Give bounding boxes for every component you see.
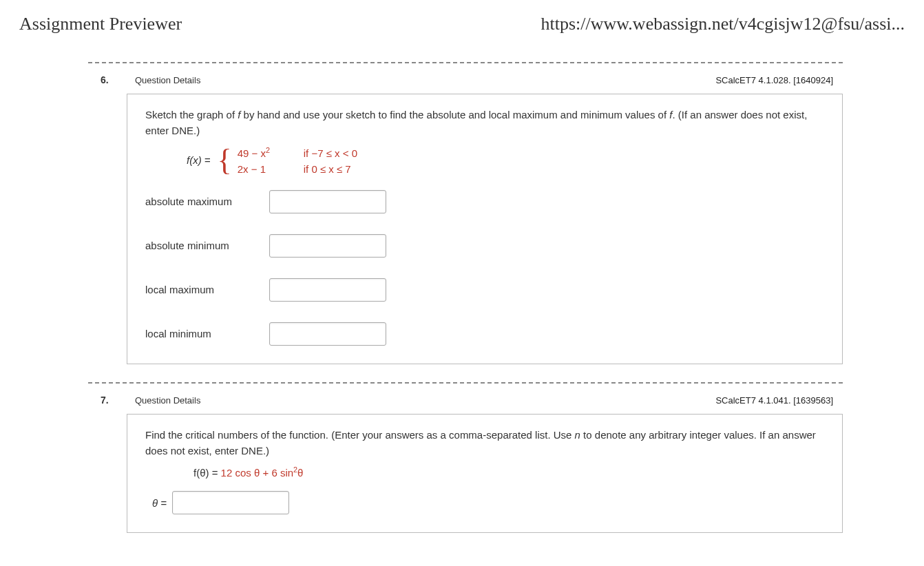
answer-input-theta[interactable]	[172, 491, 289, 514]
page-header: Assignment Previewer https://www.webassi…	[19, 14, 905, 34]
question-number: 6.	[101, 74, 135, 85]
answer-label-absolute-min: absolute minimum	[145, 240, 269, 251]
question-details-label: Question Details	[135, 395, 715, 406]
answer-label-absolute-max: absolute maximum	[145, 196, 269, 207]
question-header-row: 7. Question Details SCalcET7 4.1.041. [1…	[88, 395, 843, 406]
page-url: https://www.webassign.net/v4cgisjw12@fsu…	[540, 14, 905, 34]
question-prompt: Find the critical numbers of the functio…	[145, 427, 824, 459]
answer-label-local-max: local maximum	[145, 284, 269, 295]
separator	[88, 382, 843, 384]
answer-input-local-max[interactable]	[269, 278, 386, 302]
answer-grid: absolute maximum absolute minimum local …	[145, 190, 824, 346]
theta-answer-row: θ =	[152, 491, 824, 514]
answer-label-local-min: local minimum	[145, 328, 269, 339]
question-prompt: Sketch the graph of f by hand and use yo…	[145, 107, 824, 139]
fx-label: f(x) =	[187, 154, 211, 166]
separator	[88, 62, 843, 63]
answer-input-absolute-max[interactable]	[269, 190, 386, 213]
question-number: 7.	[101, 395, 135, 406]
question-box: Sketch the graph of f by hand and use yo…	[127, 94, 843, 364]
question-source: SCalcET7 4.1.028. [1640924]	[715, 75, 833, 85]
piecewise-row: 49 − x2 if −7 ≤ x < 0	[238, 146, 357, 159]
function-formula: f(θ) = 12 cos θ + 6 sin2θ	[193, 465, 824, 479]
question-header-row: 6. Question Details SCalcET7 4.1.028. [1…	[88, 74, 843, 85]
question-box: Find the critical numbers of the functio…	[127, 414, 843, 534]
answer-input-absolute-min[interactable]	[269, 234, 386, 258]
page-title: Assignment Previewer	[19, 14, 182, 34]
content: 6. Question Details SCalcET7 4.1.028. [1…	[88, 62, 843, 533]
answer-input-local-min[interactable]	[269, 322, 386, 346]
theta-label: θ =	[152, 497, 167, 509]
piecewise-row: 2x − 1 if 0 ≤ x ≤ 7	[238, 162, 357, 175]
question-source: SCalcET7 4.1.041. [1639563]	[715, 395, 833, 406]
left-brace-icon: {	[218, 147, 232, 173]
question-details-label: Question Details	[135, 75, 715, 85]
piecewise-function: f(x) = { 49 − x2 if −7 ≤ x < 0 2x − 1 if…	[187, 146, 824, 175]
